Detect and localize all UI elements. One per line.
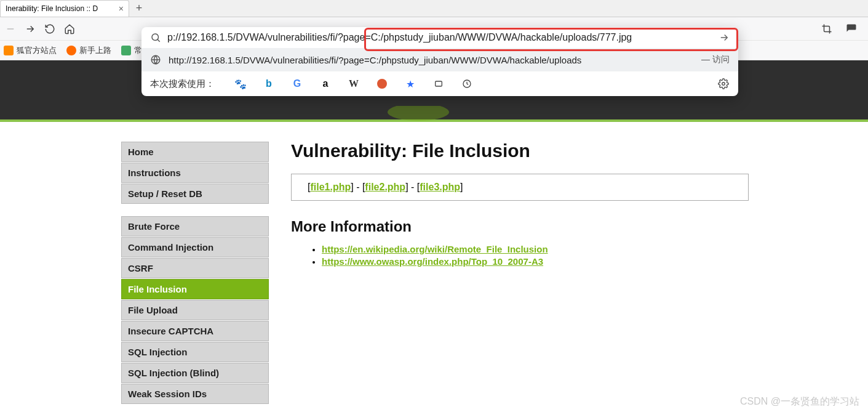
url-text: p://192.168.1.5/DVWA/vulnerabilities/fi/… xyxy=(167,32,712,43)
globe-icon xyxy=(150,54,161,65)
url-input-row[interactable]: p://192.168.1.5/DVWA/vulnerabilities/fi/… xyxy=(141,27,738,48)
dvwa-logo-fragment xyxy=(381,106,455,124)
sidebar-item-home[interactable]: Home xyxy=(121,142,269,162)
bookmark-item[interactable]: 常 xyxy=(121,45,142,56)
bookmark-engine-icon[interactable]: ★ xyxy=(404,78,416,90)
info-link[interactable]: https://en.wikipedia.org/wiki/Remote_Fil… xyxy=(322,244,548,254)
browser-tab[interactable]: Inerability: File Inclusion :: D × xyxy=(0,0,129,17)
sidebar-item-brute-force[interactable]: Brute Force xyxy=(121,216,269,236)
baidu-icon[interactable]: 🐾 xyxy=(234,78,247,90)
go-arrow-icon[interactable] xyxy=(719,32,730,43)
chat-icon[interactable] xyxy=(845,22,858,36)
new-tab-button[interactable]: + xyxy=(129,0,149,17)
info-list-item: https://en.wikipedia.org/wiki/Remote_Fil… xyxy=(322,244,749,254)
info-link[interactable]: https://www.owasp.org/index.php/Top_10_2… xyxy=(322,256,543,267)
svg-point-5 xyxy=(388,106,449,121)
tabs-engine-icon[interactable] xyxy=(432,78,445,90)
forward-icon[interactable] xyxy=(23,22,37,36)
url-suggestion[interactable]: http://192.168.1.5/DVWA/vulnerabilities/… xyxy=(141,48,738,71)
sidebar-item-command-injection[interactable]: Command Injection xyxy=(121,237,269,257)
sidebar: HomeInstructionsSetup / Reset DB Brute F… xyxy=(121,142,269,412)
search-engine-row: 本次搜索使用： 🐾 b G a W ★ xyxy=(141,71,738,96)
svg-point-4 xyxy=(722,83,725,86)
page-title: Vulnerability: File Inclusion xyxy=(291,140,749,161)
crop-icon[interactable] xyxy=(820,22,834,36)
sidebar-item-setup-reset-db[interactable]: Setup / Reset DB xyxy=(121,184,269,204)
bookmark-icon xyxy=(66,46,76,55)
bookmark-icon xyxy=(4,46,14,55)
duckduckgo-icon[interactable] xyxy=(376,78,388,90)
main-content: Vulnerability: File Inclusion [file1.php… xyxy=(269,122,773,412)
sidebar-item-sql-injection[interactable]: SQL Injection xyxy=(121,342,269,362)
info-links-list: https://en.wikipedia.org/wiki/Remote_Fil… xyxy=(291,244,749,267)
sidebar-item-csrf[interactable]: CSRF xyxy=(121,258,269,278)
info-list-item: https://www.owasp.org/index.php/Top_10_2… xyxy=(322,256,749,267)
engine-label: 本次搜索使用： xyxy=(150,78,215,90)
search-icon xyxy=(150,32,161,43)
sidebar-item-insecure-captcha[interactable]: Insecure CAPTCHA xyxy=(121,321,269,341)
svg-rect-2 xyxy=(436,81,442,86)
svg-point-0 xyxy=(152,34,159,41)
tab-bar: Inerability: File Inclusion :: D × + xyxy=(0,0,868,17)
history-engine-icon[interactable] xyxy=(461,78,473,90)
bing-icon[interactable]: b xyxy=(263,78,275,90)
google-icon[interactable]: G xyxy=(291,78,303,90)
gear-icon[interactable] xyxy=(717,78,730,90)
suggestion-suffix: — 访问 xyxy=(701,54,730,65)
bookmark-item[interactable]: 狐官方站点 xyxy=(4,45,57,56)
suggestion-text: http://192.168.1.5/DVWA/vulnerabilities/… xyxy=(169,55,694,65)
reload-icon[interactable] xyxy=(43,22,57,36)
bookmark-item[interactable]: 新手上路 xyxy=(66,45,111,56)
close-icon[interactable]: × xyxy=(119,4,124,14)
sidebar-item-file-upload[interactable]: File Upload xyxy=(121,300,269,320)
back-icon[interactable] xyxy=(4,22,17,36)
sidebar-item-sql-injection-blind-[interactable]: SQL Injection (Blind) xyxy=(121,363,269,383)
page-content: HomeInstructionsSetup / Reset DB Brute F… xyxy=(0,60,868,412)
sidebar-item-weak-session-ids[interactable]: Weak Session IDs xyxy=(121,384,269,404)
wikipedia-icon[interactable]: W xyxy=(348,78,360,90)
amazon-icon[interactable]: a xyxy=(319,78,332,90)
url-dropdown: p://192.168.1.5/DVWA/vulnerabilities/fi/… xyxy=(141,27,738,96)
file-link[interactable]: file3.php xyxy=(420,182,460,192)
file-link[interactable]: file1.php xyxy=(310,182,351,192)
bookmark-icon xyxy=(121,46,131,55)
tab-title: Inerability: File Inclusion :: D xyxy=(6,4,116,13)
watermark: CSDN @一条贤鱼的学习站 xyxy=(740,395,859,408)
bookmark-label: 狐官方站点 xyxy=(17,45,57,56)
home-icon[interactable] xyxy=(63,22,76,36)
file-link[interactable]: file2.php xyxy=(365,182,405,192)
file-links-box: [file1.php] - [file2.php] - [file3.php] xyxy=(291,174,749,201)
more-info-heading: More Information xyxy=(291,218,749,235)
sidebar-item-instructions[interactable]: Instructions xyxy=(121,163,269,183)
sidebar-item-file-inclusion[interactable]: File Inclusion xyxy=(121,279,269,299)
bookmark-label: 新手上路 xyxy=(79,45,111,56)
